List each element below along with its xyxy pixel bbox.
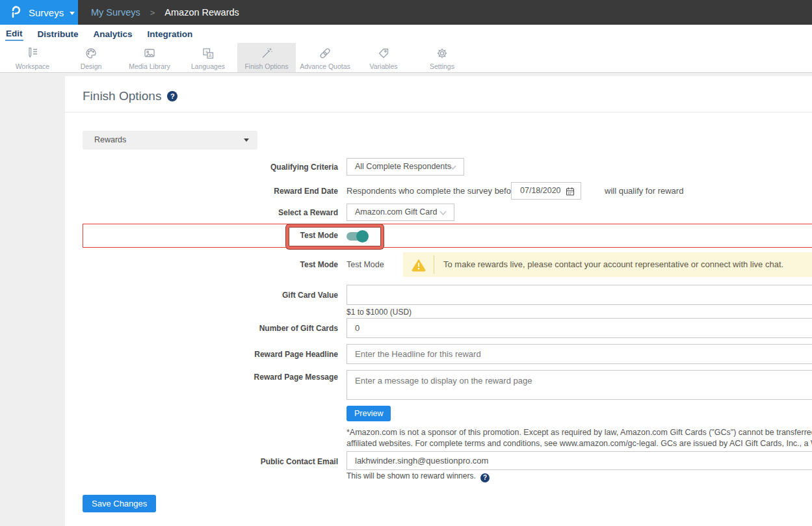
breadcrumb: My Surveys > Amazon Rewards bbox=[78, 0, 239, 25]
breadcrumb-my-surveys[interactable]: My Surveys bbox=[91, 7, 140, 18]
title-divider bbox=[65, 112, 812, 112]
toolbar-tab-workspace[interactable]: Workspace bbox=[3, 43, 62, 72]
help-icon[interactable]: ? bbox=[480, 473, 490, 482]
toolbar-label: Finish Options bbox=[244, 62, 288, 70]
toggle-knob bbox=[356, 230, 369, 243]
design-icon bbox=[84, 46, 98, 60]
toolbar-tab-finish-options[interactable]: Finish Options bbox=[237, 43, 296, 72]
gift-card-value-label: Gift Card Value bbox=[65, 291, 338, 300]
help-icon[interactable]: ? bbox=[167, 91, 177, 101]
media-library-icon bbox=[142, 46, 157, 60]
toolbar-tab-media-library[interactable]: Media Library bbox=[120, 43, 179, 72]
survey-nav: Edit Distribute Analytics Integration bbox=[0, 25, 812, 43]
rewards-section-dropdown[interactable]: Rewards bbox=[83, 131, 257, 150]
number-of-gift-cards-input[interactable] bbox=[347, 318, 812, 338]
page-title-text: Finish Options bbox=[83, 89, 161, 103]
toolbar-tab-advance-quotas[interactable]: Advance Quotas bbox=[296, 43, 354, 72]
reward-end-date-prefix: Respondents who complete the survey befo… bbox=[347, 186, 519, 196]
gift-card-value-helper: $1 to $1000 (USD) bbox=[347, 308, 412, 317]
page-title: Finish Options ? bbox=[83, 89, 177, 103]
toolbar-tab-variables[interactable]: Variables bbox=[354, 43, 413, 72]
settings-icon bbox=[435, 46, 449, 60]
disclaimer-line-2: affiliated websites. For complete terms … bbox=[347, 438, 812, 449]
top-bar: Surveys My Surveys > Amazon Rewards bbox=[0, 0, 812, 25]
questionpro-logo-icon bbox=[8, 3, 23, 21]
toolbar-label: Settings bbox=[430, 62, 454, 70]
test-mode-toggle[interactable] bbox=[347, 232, 367, 241]
chevron-down-icon bbox=[70, 12, 75, 15]
toolbar-label: Advance Quotas bbox=[300, 62, 350, 70]
public-contact-email-helper: This will be shown to reward winners. ? bbox=[347, 471, 490, 482]
product-label: Surveys bbox=[29, 7, 64, 18]
select-a-reward-select[interactable]: Amazon.com Gift Card bbox=[347, 204, 454, 221]
test-mode-status-value: Test Mode bbox=[347, 260, 384, 269]
toolbar-label: Media Library bbox=[129, 62, 170, 70]
warning-triangle-icon bbox=[411, 257, 426, 272]
reward-page-headline-label: Reward Page Headline bbox=[65, 350, 338, 359]
test-mode-status-label: Test Mode bbox=[65, 260, 338, 269]
reward-page-message-input[interactable] bbox=[347, 370, 812, 400]
test-mode-toggle-label: Test Mode bbox=[65, 231, 338, 240]
test-mode-warning-banner: To make rewards live, please contact you… bbox=[403, 252, 812, 277]
advance-quotas-icon bbox=[318, 46, 332, 60]
warning-text: To make rewards live, please contact you… bbox=[443, 252, 812, 277]
chevron-down-icon bbox=[439, 211, 447, 216]
toolbar-tab-settings[interactable]: Settings bbox=[413, 43, 471, 72]
tab-edit[interactable]: Edit bbox=[5, 27, 23, 41]
email-helper-text: This will be shown to reward winners. bbox=[347, 471, 476, 480]
gift-card-value-input[interactable] bbox=[347, 285, 812, 305]
svg-text:A: A bbox=[209, 53, 212, 58]
select-a-reward-label: Select a Reward bbox=[65, 208, 338, 217]
disclaimer-line-1: *Amazon.com is not a sponsor of this pro… bbox=[347, 427, 812, 438]
toolbar-label: Workspace bbox=[16, 62, 49, 70]
tab-analytics[interactable]: Analytics bbox=[93, 28, 133, 40]
number-of-gift-cards-label: Number of Gift Cards bbox=[65, 324, 338, 333]
variables-icon bbox=[376, 46, 391, 60]
tab-integration[interactable]: Integration bbox=[147, 28, 194, 40]
breadcrumb-current-survey: Amazon Rewards bbox=[164, 7, 239, 18]
toolbar-label: Languages bbox=[191, 62, 225, 70]
reward-end-date-input[interactable]: 07/18/2020 bbox=[511, 182, 581, 200]
save-changes-button[interactable]: Save Changes bbox=[83, 495, 156, 512]
tab-distribute[interactable]: Distribute bbox=[37, 28, 79, 40]
chevron-down-icon bbox=[244, 138, 249, 142]
preview-button[interactable]: Preview bbox=[347, 406, 391, 421]
toolbar-tab-languages[interactable]: x A Languages bbox=[179, 43, 237, 72]
edit-toolbar: Workspace Design Media Library x bbox=[0, 43, 812, 73]
chevron-down-icon bbox=[449, 165, 456, 170]
breadcrumb-separator: > bbox=[150, 8, 155, 18]
finish-options-icon bbox=[259, 46, 274, 60]
banner-divider bbox=[434, 256, 434, 274]
toolbar-tab-design[interactable]: Design bbox=[62, 43, 120, 72]
qualifying-criteria-value: All Complete Respondents bbox=[347, 159, 464, 175]
product-menu[interactable]: Surveys bbox=[0, 0, 78, 25]
finish-options-panel: Finish Options ? Rewards Qualifying Crit… bbox=[65, 76, 812, 526]
calendar-icon bbox=[566, 187, 575, 196]
amazon-disclaimer: *Amazon.com is not a sponsor of this pro… bbox=[347, 427, 812, 449]
toolbar-label: Variables bbox=[370, 62, 398, 70]
rewards-dropdown-value: Rewards bbox=[83, 131, 257, 150]
qualifying-criteria-select[interactable]: All Complete Respondents bbox=[347, 158, 464, 176]
reward-end-date-label: Reward End Date bbox=[65, 187, 338, 196]
workspace-icon bbox=[25, 46, 40, 60]
public-contact-email-input[interactable] bbox=[347, 451, 812, 470]
public-contact-email-label: Public Contact Email bbox=[65, 457, 338, 466]
select-a-reward-value: Amazon.com Gift Card bbox=[347, 204, 454, 220]
qualifying-criteria-label: Qualifying Criteria bbox=[65, 163, 338, 172]
languages-icon: x A bbox=[201, 46, 215, 60]
toolbar-label: Design bbox=[81, 62, 102, 70]
reward-end-date-suffix: will qualify for reward bbox=[605, 186, 683, 196]
reward-page-message-label: Reward Page Message bbox=[65, 373, 338, 382]
reward-page-headline-input[interactable] bbox=[347, 344, 812, 364]
